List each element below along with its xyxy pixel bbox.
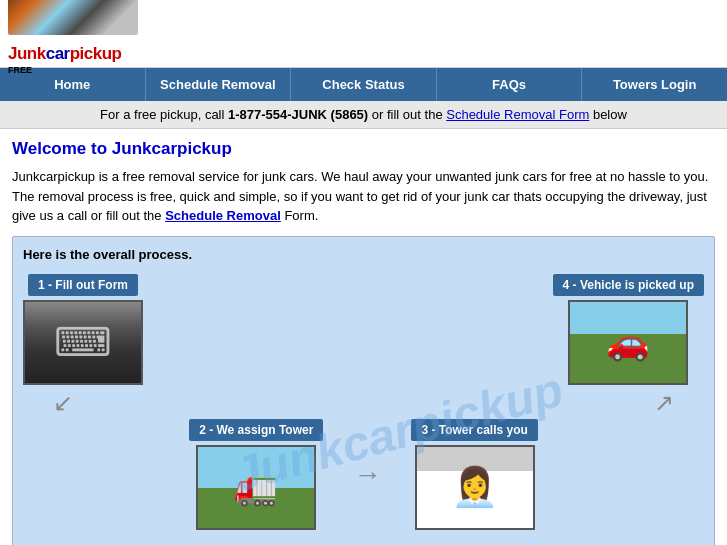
navbar: Home Schedule Removal Check Status FAQs …	[0, 68, 727, 101]
intro-text-end: Form.	[281, 208, 319, 223]
step-4-image	[568, 300, 688, 385]
arrow-up-right: ↗	[654, 389, 674, 417]
phone-bar: For a free pickup, call 1-877-554-JUNK (…	[0, 101, 727, 129]
step-2-box: 2 - We assign Tower	[189, 419, 323, 530]
logo-car: car	[46, 44, 70, 63]
logo-image	[8, 0, 138, 43]
step-1-image	[23, 300, 143, 385]
header: Junkcarpickup FREE	[0, 0, 727, 68]
logo-truck-image	[8, 0, 138, 35]
step-3-box: 3 - Tower calls you	[411, 419, 537, 530]
step-1-label: 1 - Fill out Form	[28, 274, 138, 296]
step-3-label: 3 - Tower calls you	[411, 419, 537, 441]
step-3-image	[415, 445, 535, 530]
arrow-right: →	[353, 459, 381, 491]
phone-bar-text-before: For a free pickup, call	[100, 107, 228, 122]
welcome-title: Welcome to Junkcarpickup	[12, 139, 715, 159]
logo-text: Junkcarpickup	[8, 44, 122, 64]
process-inner: Junkcarpickup 1 - Fill out Form 4 - Vehi…	[23, 274, 704, 546]
step-2-image	[196, 445, 316, 530]
nav-schedule-removal[interactable]: Schedule Removal	[146, 68, 292, 101]
main-content: Welcome to Junkcarpickup Junkcarpickup i…	[0, 129, 727, 545]
phone-bar-text-between: or fill out the	[368, 107, 446, 122]
nav-towers-login[interactable]: Towers Login	[582, 68, 727, 101]
arrow-down-left: ↙	[53, 389, 73, 417]
arrows-middle: ↙ ↗	[23, 389, 704, 417]
nav-faqs[interactable]: FAQs	[437, 68, 583, 101]
process-title: Here is the overall process.	[23, 247, 704, 262]
logo-area: Junkcarpickup FREE	[8, 0, 138, 75]
step-2-label: 2 - We assign Tower	[189, 419, 323, 441]
logo-junk: Junk	[8, 44, 46, 63]
logo-pickup: pickup	[70, 44, 122, 63]
intro-text: Junkcarpickup is a free removal service …	[12, 167, 715, 226]
intro-text-before: Junkcarpickup is a free removal service …	[12, 169, 708, 223]
phone-bar-text-after: below	[589, 107, 627, 122]
bottom-cta: To get started, fill out the Schedule Re…	[23, 538, 704, 546]
nav-check-status[interactable]: Check Status	[291, 68, 437, 101]
top-steps-row: 1 - Fill out Form 4 - Vehicle is picked …	[23, 274, 704, 385]
schedule-removal-link-intro[interactable]: Schedule Removal	[165, 208, 281, 223]
bottom-steps-row: 2 - We assign Tower → 3 - Tower calls yo…	[23, 419, 704, 530]
schedule-removal-link-phone[interactable]: Schedule Removal Form	[446, 107, 589, 122]
process-box: Here is the overall process. Junkcarpick…	[12, 236, 715, 546]
step-4-label: 4 - Vehicle is picked up	[553, 274, 704, 296]
step-1-box: 1 - Fill out Form	[23, 274, 143, 385]
step-4-box: 4 - Vehicle is picked up	[553, 274, 704, 385]
nav-home[interactable]: Home	[0, 68, 146, 101]
phone-number: 1-877-554-JUNK (5865)	[228, 107, 368, 122]
